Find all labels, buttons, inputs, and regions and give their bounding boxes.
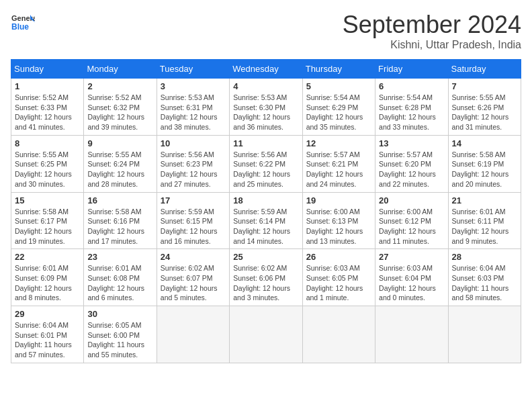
day-number: 10: [161, 138, 226, 148]
calendar-day-cell: [230, 306, 302, 363]
day-info: Sunrise: 5:55 AMSunset: 6:25 PMDaylight:…: [15, 150, 80, 189]
calendar-week-row: 15Sunrise: 5:58 AMSunset: 6:17 PMDayligh…: [11, 192, 521, 249]
day-number: 12: [306, 138, 371, 148]
day-info: Sunrise: 5:54 AMSunset: 6:28 PMDaylight:…: [379, 93, 444, 132]
day-number: 28: [452, 252, 517, 262]
day-number: 17: [161, 195, 226, 205]
day-number: 18: [233, 195, 298, 205]
calendar-day-cell: 23Sunrise: 6:01 AMSunset: 6:08 PMDayligh…: [84, 249, 157, 306]
day-number: 7: [452, 81, 517, 91]
day-info: Sunrise: 6:04 AMSunset: 6:03 PMDaylight:…: [452, 263, 517, 303]
calendar-day-cell: 30Sunrise: 6:05 AMSunset: 6:00 PMDayligh…: [84, 306, 157, 363]
day-info: Sunrise: 6:05 AMSunset: 6:00 PMDaylight:…: [87, 320, 152, 360]
day-number: 6: [379, 81, 444, 91]
day-info: Sunrise: 5:54 AMSunset: 6:29 PMDaylight:…: [306, 93, 371, 132]
calendar-day-cell: 8Sunrise: 5:55 AMSunset: 6:25 PMDaylight…: [11, 135, 84, 192]
day-info: Sunrise: 5:53 AMSunset: 6:31 PMDaylight:…: [161, 93, 226, 132]
calendar-day-cell: 22Sunrise: 6:01 AMSunset: 6:09 PMDayligh…: [11, 249, 84, 306]
calendar-day-cell: 16Sunrise: 5:58 AMSunset: 6:16 PMDayligh…: [84, 192, 157, 249]
day-info: Sunrise: 5:57 AMSunset: 6:21 PMDaylight:…: [306, 150, 371, 189]
day-info: Sunrise: 5:57 AMSunset: 6:20 PMDaylight:…: [379, 150, 444, 189]
calendar-day-cell: 26Sunrise: 6:03 AMSunset: 6:05 PMDayligh…: [302, 249, 375, 306]
day-info: Sunrise: 6:01 AMSunset: 6:11 PMDaylight:…: [452, 207, 517, 246]
calendar-day-cell: 2Sunrise: 5:52 AMSunset: 6:32 PMDaylight…: [84, 79, 157, 136]
calendar-day-cell: 6Sunrise: 5:54 AMSunset: 6:28 PMDaylight…: [375, 79, 448, 136]
calendar-day-cell: 1Sunrise: 5:52 AMSunset: 6:33 PMDaylight…: [11, 79, 84, 136]
day-number: 19: [306, 195, 371, 205]
calendar-day-cell: [375, 306, 448, 363]
day-number: 21: [452, 195, 517, 205]
calendar-day-cell: 12Sunrise: 5:57 AMSunset: 6:21 PMDayligh…: [302, 135, 375, 192]
day-info: Sunrise: 5:55 AMSunset: 6:24 PMDaylight:…: [87, 150, 152, 189]
day-info: Sunrise: 6:03 AMSunset: 6:04 PMDaylight:…: [379, 263, 444, 303]
calendar-day-cell: 28Sunrise: 6:04 AMSunset: 6:03 PMDayligh…: [448, 249, 521, 306]
day-info: Sunrise: 5:58 AMSunset: 6:16 PMDaylight:…: [87, 207, 152, 246]
day-number: 4: [233, 81, 298, 91]
day-info: Sunrise: 5:55 AMSunset: 6:26 PMDaylight:…: [452, 93, 517, 132]
calendar-day-cell: [448, 306, 521, 363]
day-info: Sunrise: 5:58 AMSunset: 6:17 PMDaylight:…: [15, 207, 80, 246]
calendar-day-cell: 9Sunrise: 5:55 AMSunset: 6:24 PMDaylight…: [84, 135, 157, 192]
day-number: 8: [15, 138, 80, 148]
day-number: 24: [161, 252, 226, 262]
calendar-day-cell: 3Sunrise: 5:53 AMSunset: 6:31 PMDaylight…: [157, 79, 229, 136]
day-info: Sunrise: 6:02 AMSunset: 6:07 PMDaylight:…: [161, 263, 226, 303]
calendar-day-header: Friday: [375, 60, 448, 79]
calendar-day-header: Monday: [84, 60, 157, 79]
day-info: Sunrise: 5:56 AMSunset: 6:23 PMDaylight:…: [161, 150, 226, 189]
day-info: Sunrise: 5:53 AMSunset: 6:30 PMDaylight:…: [233, 93, 298, 132]
day-info: Sunrise: 6:01 AMSunset: 6:08 PMDaylight:…: [87, 263, 152, 303]
day-info: Sunrise: 5:59 AMSunset: 6:15 PMDaylight:…: [161, 207, 226, 246]
calendar-table: SundayMondayTuesdayWednesdayThursdayFrid…: [11, 59, 521, 363]
day-info: Sunrise: 5:52 AMSunset: 6:32 PMDaylight:…: [87, 93, 152, 132]
day-info: Sunrise: 5:56 AMSunset: 6:22 PMDaylight:…: [233, 150, 298, 189]
calendar-day-cell: 13Sunrise: 5:57 AMSunset: 6:20 PMDayligh…: [375, 135, 448, 192]
day-number: 15: [15, 195, 80, 205]
calendar-day-cell: 10Sunrise: 5:56 AMSunset: 6:23 PMDayligh…: [157, 135, 229, 192]
calendar-day-header: Thursday: [302, 60, 375, 79]
day-number: 13: [379, 138, 444, 148]
day-number: 23: [87, 252, 152, 262]
calendar-header-row: SundayMondayTuesdayWednesdayThursdayFrid…: [11, 60, 521, 79]
calendar-day-cell: 21Sunrise: 6:01 AMSunset: 6:11 PMDayligh…: [448, 192, 521, 249]
day-number: 26: [306, 252, 371, 262]
calendar-day-header: Saturday: [448, 60, 521, 79]
calendar-day-cell: 15Sunrise: 5:58 AMSunset: 6:17 PMDayligh…: [11, 192, 84, 249]
calendar-day-cell: 27Sunrise: 6:03 AMSunset: 6:04 PMDayligh…: [375, 249, 448, 306]
logo: General Blue: [11, 11, 35, 35]
location: Kishni, Uttar Pradesh, India: [343, 39, 521, 51]
day-number: 22: [15, 252, 80, 262]
calendar-day-cell: 17Sunrise: 5:59 AMSunset: 6:15 PMDayligh…: [157, 192, 229, 249]
calendar-day-header: Sunday: [11, 60, 84, 79]
calendar-week-row: 8Sunrise: 5:55 AMSunset: 6:25 PMDaylight…: [11, 135, 521, 192]
day-number: 29: [15, 309, 80, 319]
title-block: September 2024 Kishni, Uttar Pradesh, In…: [343, 11, 521, 51]
day-info: Sunrise: 6:02 AMSunset: 6:06 PMDaylight:…: [233, 263, 298, 303]
logo-svg: General Blue: [11, 11, 35, 35]
month-title: September 2024: [343, 11, 521, 39]
day-number: 25: [233, 252, 298, 262]
page-header: General Blue September 2024 Kishni, Utta…: [11, 11, 521, 51]
calendar-day-cell: 29Sunrise: 6:04 AMSunset: 6:01 PMDayligh…: [11, 306, 84, 363]
day-info: Sunrise: 5:58 AMSunset: 6:19 PMDaylight:…: [452, 150, 517, 189]
day-number: 1: [15, 81, 80, 91]
calendar-day-cell: [157, 306, 229, 363]
day-info: Sunrise: 5:59 AMSunset: 6:14 PMDaylight:…: [233, 207, 298, 246]
calendar-day-cell: 5Sunrise: 5:54 AMSunset: 6:29 PMDaylight…: [302, 79, 375, 136]
day-number: 2: [87, 81, 152, 91]
day-info: Sunrise: 6:00 AMSunset: 6:13 PMDaylight:…: [306, 207, 371, 246]
calendar-day-cell: 7Sunrise: 5:55 AMSunset: 6:26 PMDaylight…: [448, 79, 521, 136]
svg-text:Blue: Blue: [11, 22, 29, 32]
calendar-day-cell: 24Sunrise: 6:02 AMSunset: 6:07 PMDayligh…: [157, 249, 229, 306]
day-info: Sunrise: 6:03 AMSunset: 6:05 PMDaylight:…: [306, 263, 371, 303]
day-number: 16: [87, 195, 152, 205]
calendar-day-cell: 20Sunrise: 6:00 AMSunset: 6:12 PMDayligh…: [375, 192, 448, 249]
day-number: 27: [379, 252, 444, 262]
day-number: 14: [452, 138, 517, 148]
day-info: Sunrise: 5:52 AMSunset: 6:33 PMDaylight:…: [15, 93, 80, 132]
day-number: 3: [161, 81, 226, 91]
day-number: 30: [87, 309, 152, 319]
calendar-week-row: 1Sunrise: 5:52 AMSunset: 6:33 PMDaylight…: [11, 79, 521, 136]
calendar-week-row: 29Sunrise: 6:04 AMSunset: 6:01 PMDayligh…: [11, 306, 521, 363]
day-number: 9: [87, 138, 152, 148]
